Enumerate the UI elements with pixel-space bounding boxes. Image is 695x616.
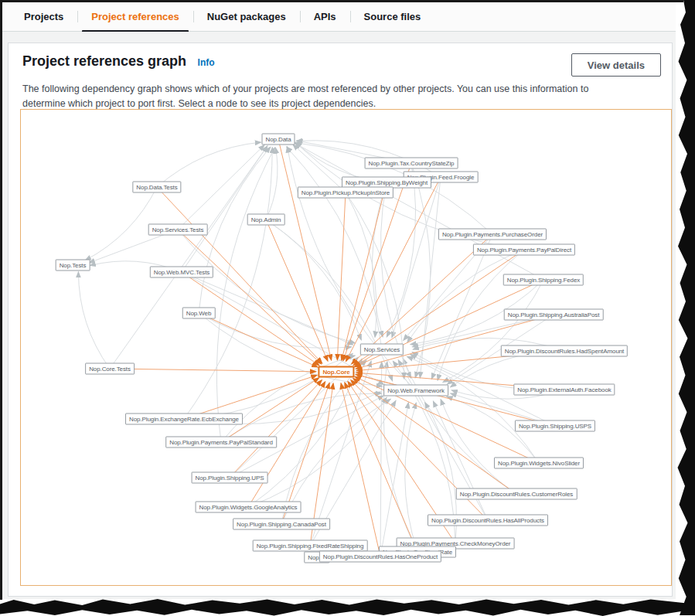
graph-node-web[interactable]: Nop.Web <box>182 308 216 319</box>
tab-bar: ProjectsProject referencesNuGet packages… <box>2 2 676 32</box>
graph-node-pickup-pickupinstore[interactable]: Nop.Plugin.Pickup.PickupInStore <box>298 187 393 199</box>
graph-node-data[interactable]: Nop.Data <box>262 134 295 145</box>
title-wrap: Project references graph Info <box>22 53 571 70</box>
graph-node-tests[interactable]: Nop.Tests <box>56 260 90 271</box>
card-header: Project references graph Info View detai… <box>9 43 672 77</box>
graph-node-tax-countrystatezip[interactable]: Nop.Plugin.Tax.CountryStateZip <box>365 158 458 169</box>
tab-apis[interactable]: APIs <box>300 2 350 31</box>
graph-node-payments-purchaseorder[interactable]: Nop.Plugin.Payments.PurchaseOrder <box>438 229 547 240</box>
project-references-card: Project references graph Info View detai… <box>8 43 673 597</box>
tab-source-files[interactable]: Source files <box>350 2 435 31</box>
graph-node-externalauth-facebook[interactable]: Nop.Plugin.ExternalAuth.Facebook <box>513 384 615 396</box>
graph-node-admin[interactable]: Nop.Admin <box>247 214 285 226</box>
window-frame: ProjectsProject referencesNuGet packages… <box>0 0 695 616</box>
panel-description: The following dependency graph shows whi… <box>9 77 658 111</box>
graph-node-payments-paypalstandard[interactable]: Nop.Plugin.Payments.PayPalStandard <box>165 437 277 448</box>
dependency-graph: Nop.DataNop.Data.TestsNop.Services.Tests… <box>20 109 672 586</box>
graph-node-shipping-ups[interactable]: Nop.Plugin.Shipping.UPS <box>192 472 268 484</box>
graph-node-shipping-australiapost[interactable]: Nop.Plugin.Shipping.AustraliaPost <box>504 309 604 321</box>
torn-edge-right <box>676 0 695 615</box>
graph-node-core-tests[interactable]: Nop.Core.Tests <box>85 363 135 375</box>
tab-nuget-packages[interactable]: NuGet packages <box>193 2 300 31</box>
graph-node-payments-paypaldirect[interactable]: Nop.Plugin.Payments.PayPalDirect <box>473 244 575 256</box>
page-title: Project references graph <box>22 53 186 69</box>
graph-node-discountrules-customerroles[interactable]: Nop.Plugin.DiscountRules.CustomerRoles <box>456 488 577 500</box>
graph-node-services[interactable]: Nop.Services <box>360 344 404 356</box>
tab-project-references[interactable]: Project references <box>77 2 192 31</box>
window-border-top <box>0 0 683 2</box>
tab-projects[interactable]: Projects <box>10 2 77 31</box>
graph-node-shipping-usps[interactable]: Nop.Plugin.Shipping.USPS <box>515 420 595 432</box>
graph-node-shipping-canadapost[interactable]: Nop.Plugin.Shipping.CanadaPost <box>233 519 330 530</box>
graph-node-exchangerate-ecbexchange[interactable]: Nop.Plugin.ExchangeRate.EcbExchange <box>125 414 243 425</box>
graph-node-discountrules-hasoneproduct[interactable]: Nop.Plugin.DiscountRules.HasOneProduct <box>319 551 441 563</box>
graph-node-shipping-fedex[interactable]: Nop.Plugin.Shipping.Fedex <box>503 274 584 286</box>
graph-node-data-tests[interactable]: Nop.Data.Tests <box>132 182 181 193</box>
graph-node-web-framework[interactable]: Nop.Web.Framework <box>383 385 448 396</box>
info-link[interactable]: Info <box>198 57 215 68</box>
graph-node-shipping-fixedrateshipping[interactable]: Nop.Plugin.Shipping.FixedRateShipping <box>253 540 368 552</box>
graph-node-services-tests[interactable]: Nop.Services.Tests <box>148 224 208 236</box>
graph-node-web-mvc-tests[interactable]: Nop.Web.MVC.Tests <box>150 267 213 278</box>
content-area: Project references graph Info View detai… <box>2 32 676 599</box>
torn-edge-bottom <box>0 597 685 616</box>
graph-node-discountrules-hadspentamount[interactable]: Nop.Plugin.DiscountRules.HadSpentAmount <box>501 345 628 357</box>
window-border-left <box>0 0 2 600</box>
graph-node-widgets-googleanalytics[interactable]: Nop.Plugin.Widgets.GoogleAnalytics <box>196 502 302 513</box>
graph-node-discountrules-hasallproducts[interactable]: Nop.Plugin.DiscountRules.HasAllProducts <box>428 515 548 526</box>
view-details-button[interactable]: View details <box>571 53 661 77</box>
graph-node-core[interactable]: Nop.Core <box>318 366 354 378</box>
graph-node-widgets-nivoslider[interactable]: Nop.Plugin.Widgets.NivoSlider <box>494 458 584 469</box>
